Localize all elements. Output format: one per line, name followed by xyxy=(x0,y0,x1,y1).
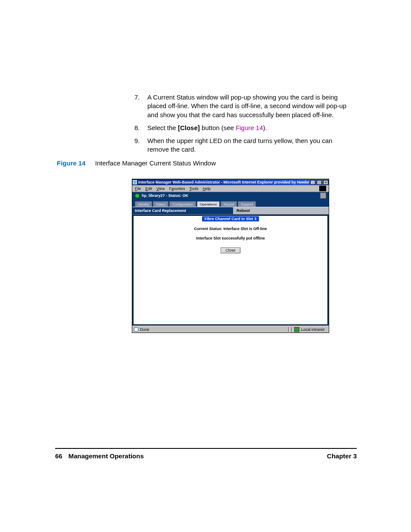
subheader-right[interactable]: Reboot xyxy=(233,208,329,213)
figure-title: Interface Manager Current Status Window xyxy=(95,159,216,167)
library-status-bar: hp_library27 - Status: OK xyxy=(132,192,329,199)
step-number: 8. xyxy=(134,124,147,132)
page-icon xyxy=(134,327,138,332)
page-number: 66 xyxy=(55,452,62,460)
step-text: A Current Status window will pop-up show… xyxy=(147,93,354,119)
sub-header: Interface Card Replacement Reboot xyxy=(132,207,329,215)
window-titlebar: Interface Manager Web-Based Administrato… xyxy=(132,179,329,185)
status-done: Done xyxy=(140,327,149,332)
maximize-button[interactable]: □ xyxy=(317,180,322,185)
status-square-icon xyxy=(320,193,326,199)
card-banner: Fibre Channel Card in Slot 3 xyxy=(202,216,259,221)
menu-edit[interactable]: Edit xyxy=(146,187,153,191)
status-separator xyxy=(288,327,290,332)
menu-tools[interactable]: Tools xyxy=(189,187,198,191)
status-led-icon xyxy=(135,193,140,198)
step-text: Select the [Close] button (see Figure 14… xyxy=(147,124,267,132)
tab-operations[interactable]: Operations xyxy=(197,201,220,207)
step-text: When the upper right LED on the card tur… xyxy=(147,137,354,154)
menu-help[interactable]: Help xyxy=(202,187,211,191)
step-7: 7. A Current Status window will pop-up s… xyxy=(134,93,354,119)
figure-caption: Figure 14 Interface Manager Current Stat… xyxy=(57,159,216,167)
ie-icon xyxy=(133,180,137,184)
figure-label: Figure 14 xyxy=(57,159,86,167)
status-separator xyxy=(291,327,293,332)
menu-favorites[interactable]: Favorites xyxy=(169,187,185,191)
footer-section: Management Operations xyxy=(68,452,144,460)
close-window-button[interactable]: × xyxy=(323,180,328,185)
screenshot-window: Interface Manager Web-Based Administrato… xyxy=(132,179,329,333)
security-zone: Local intranet xyxy=(301,327,327,332)
page-footer: 66 Management Operations Chapter 3 xyxy=(55,452,357,460)
footer-chapter: Chapter 3 xyxy=(327,452,357,460)
current-status-line: Current Status: Interface Slot is Off-li… xyxy=(194,227,267,231)
tab-support[interactable]: Support xyxy=(238,201,256,207)
tab-configuration[interactable]: Configuration xyxy=(169,201,196,207)
step-number: 9. xyxy=(134,137,147,154)
step-9: 9. When the upper right LED on the card … xyxy=(134,137,354,154)
tab-status[interactable]: Status xyxy=(153,201,169,207)
browser-menubar: File Edit View Favorites Tools Help xyxy=(132,185,329,192)
tab-identity[interactable]: Identity xyxy=(135,201,152,207)
tab-row: Identity Status Configuration Operations… xyxy=(132,199,329,207)
menu-file[interactable]: File xyxy=(135,187,141,191)
ie-logo-icon xyxy=(319,186,326,191)
subheader-left: Interface Card Replacement xyxy=(132,207,233,214)
minimize-button[interactable]: _ xyxy=(310,180,315,185)
window-title: Interface Manager Web-Based Administrato… xyxy=(138,180,309,184)
close-button[interactable]: Close xyxy=(221,247,240,253)
content-area: Fibre Channel Card in Slot 3 Current Sta… xyxy=(133,215,328,325)
library-status-text: hp_library27 - Status: OK xyxy=(142,193,188,198)
figure-cross-ref[interactable]: Figure 14 xyxy=(236,124,263,131)
tab-report[interactable]: Report xyxy=(221,201,237,207)
step-number: 7. xyxy=(134,93,147,119)
footer-rule xyxy=(55,448,357,449)
zone-icon xyxy=(294,327,299,332)
content-frame: Fibre Channel Card in Slot 3 Current Sta… xyxy=(132,215,329,326)
menu-view[interactable]: View xyxy=(156,187,165,191)
browser-status-bar: Done Local intranet xyxy=(132,326,329,333)
status-message-line: Interface Slot successfully put offline xyxy=(196,236,265,240)
step-8: 8. Select the [Close] button (see Figure… xyxy=(134,124,354,132)
